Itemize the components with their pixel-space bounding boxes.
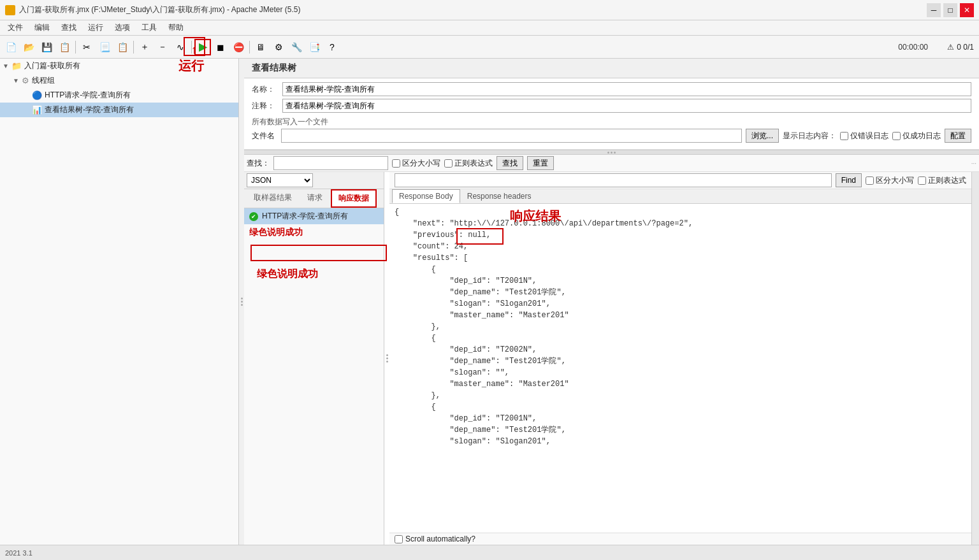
sampler-tabs-row: 取样器结果 请求 响应数据 bbox=[244, 189, 384, 208]
title-bar-left: 入门篇-获取所有.jmx (F:\JMeter_Study\入门篇-获取所有.j… bbox=[5, 4, 300, 15]
menu-help[interactable]: 帮助 bbox=[163, 21, 189, 34]
expand-icon-listener bbox=[23, 106, 29, 113]
remote-button[interactable]: 🖥 bbox=[252, 39, 269, 55]
sub-tab-headers[interactable]: Response headers bbox=[460, 189, 539, 203]
name-input[interactable] bbox=[282, 82, 971, 96]
config-button[interactable]: 配置 bbox=[945, 129, 971, 143]
search-bar: 查找： 区分大小写 正则表达式 查找 重置 bbox=[247, 156, 554, 170]
menu-find[interactable]: 查找 bbox=[56, 21, 82, 34]
find-regex-checkbox[interactable] bbox=[918, 176, 926, 185]
scroll-auto-checkbox[interactable] bbox=[395, 535, 403, 543]
search-input[interactable] bbox=[273, 156, 388, 170]
save-as-button[interactable]: 📋 bbox=[56, 39, 73, 55]
all-data-note: 所有数据写入一个文件 bbox=[252, 115, 971, 129]
resize-dot bbox=[386, 354, 388, 356]
find-bar: Find 区分大小写 正则表达式 bbox=[389, 172, 971, 189]
find-regex-label: 正则表达式 bbox=[928, 175, 966, 186]
vertical-resize-handle-2[interactable] bbox=[384, 172, 389, 545]
expand-icon-http bbox=[23, 92, 29, 99]
tree-label-listener: 查看结果树-学院-查询所有 bbox=[45, 104, 134, 115]
json-content: { "next": "http:\/\/127.0.0.1:8000\/api\… bbox=[389, 204, 971, 533]
status-bar: 2021 3.1 bbox=[0, 545, 979, 560]
maximize-button[interactable]: □ bbox=[943, 3, 957, 17]
settings2-button[interactable]: 🔧 bbox=[288, 39, 305, 55]
right-panel: 查看结果树 名称： 注释： 所有数据写入一个文件 文件名 浏览... 显 bbox=[244, 59, 979, 545]
minimize-button[interactable]: ─ bbox=[927, 3, 941, 17]
scroll-row: Scroll automatically? bbox=[389, 533, 971, 545]
error-log-label: 仅错误日志 bbox=[850, 131, 888, 141]
find-input[interactable] bbox=[395, 173, 832, 187]
success-log-checkbox[interactable] bbox=[892, 132, 901, 140]
regex-checkbox[interactable] bbox=[444, 159, 453, 168]
open-button[interactable]: 📂 bbox=[20, 39, 37, 55]
remove-button[interactable]: － bbox=[154, 39, 171, 55]
form-area: 名称： 注释： 所有数据写入一个文件 文件名 浏览... 显示日志内容： bbox=[244, 78, 979, 150]
tree-item-http[interactable]: 🔵 HTTP请求-学院-查询所有 bbox=[0, 88, 238, 103]
help-button[interactable]: ? bbox=[324, 39, 340, 55]
save-button[interactable]: 💾 bbox=[38, 39, 55, 55]
format-select[interactable]: JSON Text XML HTML Regexp Tester bbox=[247, 173, 313, 187]
tree-item-listener[interactable]: 📊 查看结果树-学院-查询所有 bbox=[0, 103, 238, 117]
stop-button[interactable]: ◼ bbox=[212, 39, 229, 55]
run-button[interactable]: ▶ bbox=[194, 39, 211, 55]
toolbar-status: ⚠ 0 0/1 bbox=[947, 43, 974, 52]
browse-button[interactable]: 浏览... bbox=[746, 129, 779, 143]
window-title: 入门篇-获取所有.jmx (F:\JMeter_Study\入门篇-获取所有.j… bbox=[19, 4, 300, 15]
file-input[interactable] bbox=[281, 129, 742, 143]
find-case-checkbox[interactable] bbox=[866, 176, 874, 185]
menu-file[interactable]: 文件 bbox=[3, 21, 28, 34]
sampler-label: HTTP请求-学院-查询所有 bbox=[262, 211, 348, 222]
tab-request[interactable]: 请求 bbox=[300, 189, 330, 208]
menu-options[interactable]: 选项 bbox=[110, 21, 135, 34]
new-button[interactable]: 📄 bbox=[3, 39, 19, 55]
success-log-label: 仅成功日志 bbox=[903, 131, 941, 141]
clear-button[interactable]: ∿ bbox=[172, 39, 189, 55]
resize-dot bbox=[386, 361, 388, 363]
main-layout: ▼ 📁 入门篇-获取所有 ▼ ⚙ 线程组 🔵 HTTP请求-学院-查询所有 📊 … bbox=[0, 59, 979, 545]
paste-button[interactable]: 📋 bbox=[114, 39, 131, 55]
cut-button[interactable]: ✂ bbox=[78, 39, 95, 55]
template-button[interactable]: 📑 bbox=[306, 39, 323, 55]
status-version: 2021 3.1 bbox=[5, 549, 33, 557]
comment-input[interactable] bbox=[282, 99, 971, 113]
tree-label-http: HTTP请求-学院-查询所有 bbox=[45, 90, 131, 101]
copy-button[interactable]: 📃 bbox=[96, 39, 113, 55]
response-list-panel: JSON Text XML HTML Regexp Tester 取样器结果 请… bbox=[244, 172, 384, 545]
stop-now-button[interactable]: ⛔ bbox=[230, 39, 247, 55]
menu-edit[interactable]: 编辑 bbox=[29, 21, 55, 34]
horizontal-resize-handle[interactable] bbox=[244, 150, 979, 155]
h-resize-dot bbox=[607, 152, 609, 154]
app-window: 入门篇-获取所有.jmx (F:\JMeter_Study\入门篇-获取所有.j… bbox=[0, 0, 979, 560]
error-log-checkbox[interactable] bbox=[840, 132, 848, 140]
tab-response-data[interactable]: 响应数据 bbox=[331, 189, 377, 208]
format-row: JSON Text XML HTML Regexp Tester bbox=[244, 172, 384, 189]
response-content-area: Find 区分大小写 正则表达式 Response Body R bbox=[389, 172, 971, 545]
find-button[interactable]: 查找 bbox=[497, 156, 523, 170]
right-scrollbar[interactable] bbox=[971, 172, 979, 545]
menu-tools[interactable]: 工具 bbox=[136, 21, 162, 34]
expand-icon-root: ▼ bbox=[3, 62, 9, 69]
error-log-group: 仅错误日志 bbox=[840, 131, 888, 141]
panel-dots-top: ··· bbox=[971, 160, 976, 167]
settings1-button[interactable]: ⚙ bbox=[270, 39, 287, 55]
toolbar-sep-4 bbox=[249, 41, 250, 54]
expand-icon-tg: ▼ bbox=[13, 77, 19, 84]
sampler-list-item[interactable]: ✔ HTTP请求-学院-查询所有 bbox=[244, 208, 384, 224]
vertical-resize-handle[interactable] bbox=[239, 59, 244, 545]
toolbar: 📄 📂 💾 📋 ✂ 📃 📋 ＋ － ∿ ▶ ◼ ⛔ 🖥 ⚙ 🔧 📑 ? 00:0… bbox=[0, 36, 979, 59]
find-btn[interactable]: Find bbox=[836, 173, 862, 187]
sub-tab-body[interactable]: Response Body bbox=[392, 189, 460, 203]
reset-button[interactable]: 重置 bbox=[527, 156, 554, 170]
tree-item-thread-group[interactable]: ▼ ⚙ 线程组 bbox=[0, 73, 238, 88]
case-sensitive-checkbox[interactable] bbox=[392, 159, 400, 168]
menu-run[interactable]: 运行 bbox=[83, 21, 108, 34]
tree-item-root[interactable]: ▼ 📁 入门篇-获取所有 bbox=[0, 59, 238, 73]
search-bar-row: 查找： 区分大小写 正则表达式 查找 重置 ··· bbox=[244, 155, 979, 172]
close-button[interactable]: ✕ bbox=[960, 3, 974, 17]
comment-row: 注释： bbox=[252, 99, 971, 113]
tab-sampler-result[interactable]: 取样器结果 bbox=[247, 189, 299, 208]
add-button[interactable]: ＋ bbox=[136, 39, 153, 55]
right-panel-title: 查看结果树 bbox=[244, 59, 979, 78]
thread-group-icon: ⚙ bbox=[22, 76, 29, 85]
toolbar-sep-2 bbox=[133, 41, 134, 54]
